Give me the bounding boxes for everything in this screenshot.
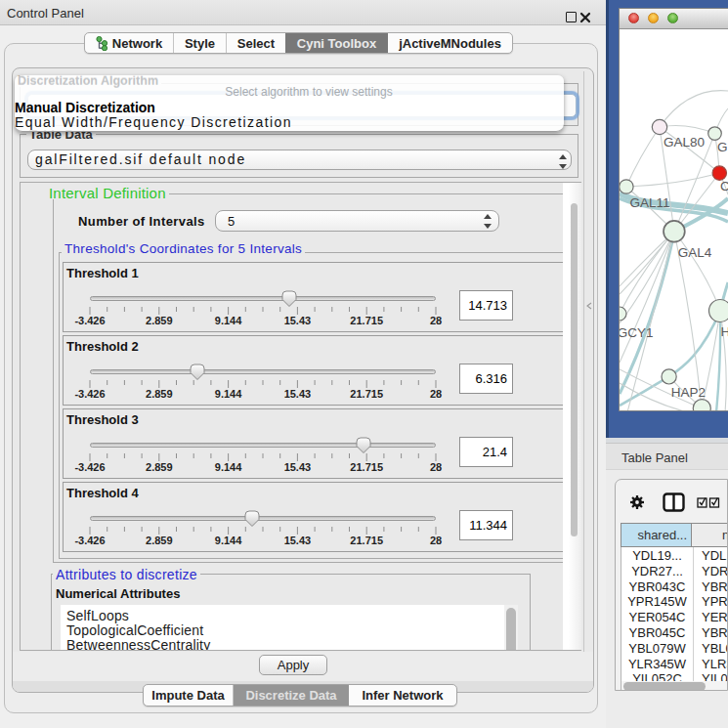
svg-text:GCY1: GCY1 xyxy=(620,325,653,340)
svg-text:GAL11: GAL11 xyxy=(629,195,669,210)
svg-text:H...: H... xyxy=(721,324,728,339)
svg-text:C...: C... xyxy=(720,179,728,193)
svg-text:G...: G... xyxy=(717,140,728,154)
svg-text:GAL4: GAL4 xyxy=(678,245,712,260)
svg-text:GAL80: GAL80 xyxy=(664,135,705,150)
svg-text:HAP2: HAP2 xyxy=(671,385,706,400)
